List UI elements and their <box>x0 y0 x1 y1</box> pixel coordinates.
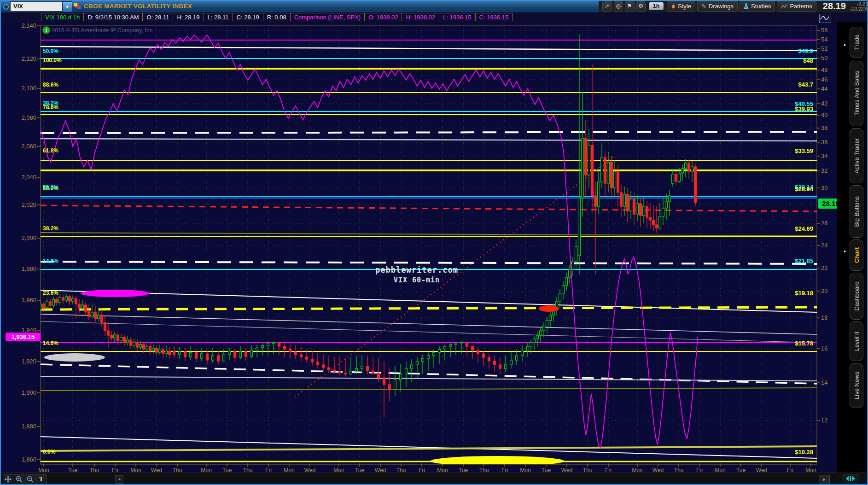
squiggle-icon <box>820 14 830 22</box>
right-axis-label: 48 <box>821 66 827 73</box>
interval-button[interactable]: 1h <box>648 2 664 11</box>
zoom-out-icon[interactable] <box>25 474 35 485</box>
link-color-dot[interactable] <box>3 4 9 10</box>
right-axis-label: 42 <box>821 100 827 107</box>
left-axis-label: 1,920 <box>8 358 36 365</box>
fib-level-label: 50.0% <box>43 48 58 54</box>
right-axis-label: 22 <box>821 264 827 271</box>
right-axis-label: 26 <box>821 220 827 227</box>
right-axis-label: 30 <box>821 184 827 191</box>
left-axis-label: 2,140 <box>8 22 36 29</box>
right-axis-label: 36 <box>821 139 827 146</box>
drawings-button[interactable]: ✎ Drawings <box>697 1 738 12</box>
tab-label: Times And Sales <box>853 71 860 116</box>
chart-toolbar: ↗ ◎ ⚑ ⚙ 1h Style ✎ Drawings Studies Patt… <box>599 0 868 12</box>
scroll-right-button[interactable]: ▸ <box>819 475 830 485</box>
price-level-label: $33.59 <box>781 147 813 154</box>
ohlc-cell: H: 28.19 <box>173 13 204 21</box>
share-icon[interactable]: ↗ <box>602 1 612 12</box>
price-level-label: $39.93 <box>781 105 813 112</box>
tab-dashboard[interactable]: Dashboard <box>850 273 863 320</box>
double-arrow-icon <box>845 474 856 483</box>
text-tool-button[interactable]: T <box>36 474 47 485</box>
spx-price-bubble: 1,936.15 <box>6 333 41 341</box>
tab-active-trader[interactable]: Active Trader <box>850 128 863 183</box>
price-level-label: $49.9 <box>781 47 813 54</box>
tab-times-and-sales[interactable]: Times And Sales <box>850 61 863 126</box>
patterns-button[interactable]: Patterns <box>777 1 816 12</box>
price-plot[interactable] <box>0 0 868 485</box>
fib-level-label: 59.0% <box>43 184 58 191</box>
right-axis-label: 34 <box>821 152 827 159</box>
flag-icon[interactable]: ⚑ <box>625 1 635 12</box>
right-axis-label: 56 <box>821 27 827 34</box>
cascade-icon <box>74 3 81 10</box>
instrument-title: CBOE MARKET VOLATILITY INDEX <box>84 3 192 10</box>
tab-level-ii[interactable]: Level II <box>850 321 863 361</box>
ohlc-cells: VIX 180 d 1hD: 9/2/15 10:30 AMO: 28.11H:… <box>41 13 513 21</box>
pattern-zigzag-icon <box>781 4 787 9</box>
tab-label: Big Buttons <box>853 196 860 227</box>
left-axis-label: 1,980 <box>8 265 36 272</box>
right-axis-label: 20 <box>821 287 827 294</box>
fib-level-label: 38.2% <box>43 225 58 232</box>
right-axis-label: 52 <box>821 45 827 52</box>
price-change: -3.21 -10.22% <box>850 1 868 12</box>
right-axis-label: 50 <box>821 54 827 61</box>
tab-label: Active Trader <box>853 138 860 174</box>
left-axis-label: 2,100 <box>8 85 36 92</box>
right-axis-label: 44 <box>821 85 827 92</box>
ohlc-cell: O: 1938.02 <box>364 13 402 21</box>
right-axis-label: 16 <box>821 345 827 352</box>
zoom-in-icon[interactable] <box>14 474 24 485</box>
wrench-icon[interactable]: ⚙ <box>636 1 646 12</box>
candlestick-icon <box>671 3 676 10</box>
right-axis-label: 54 <box>821 36 827 43</box>
fib-level-label: 100.0% <box>43 57 62 64</box>
tab-label: Chart <box>853 247 860 263</box>
pan-icon[interactable] <box>3 474 13 485</box>
ohlc-cell: L: 28.11 <box>204 13 233 21</box>
style-button[interactable]: Style <box>667 1 695 12</box>
studies-button[interactable]: Studies <box>740 1 775 12</box>
tab-big-buttons[interactable]: Big Buttons <box>850 185 863 238</box>
right-axis-label: 18 <box>821 314 827 321</box>
right-axis-label: 14 <box>821 379 827 386</box>
fib-level-label: 14.6% <box>43 340 58 346</box>
left-axis-label: 2,040 <box>8 174 36 181</box>
price-level-label: $48 <box>781 57 813 64</box>
target-icon[interactable]: ◎ <box>614 1 623 12</box>
price-level-label: $19.18 <box>781 290 813 297</box>
right-axis-label: 40 <box>821 111 827 118</box>
left-axis-label: 2,080 <box>8 114 36 121</box>
collapse-panel-button[interactable] <box>843 474 858 485</box>
watermark-subtitle: VIX 60-min <box>394 276 440 284</box>
ohlc-cell: VIX 180 d 1h <box>41 13 84 21</box>
tab-live-news[interactable]: Live News <box>850 363 863 408</box>
right-axis-label: 12 <box>821 417 827 424</box>
left-axis-label: 2,120 <box>8 55 36 62</box>
tab-label: Trade <box>853 35 860 50</box>
ohlc-cell: H: 1938.02 <box>402 13 439 21</box>
left-axis-label: 1,880 <box>8 423 36 430</box>
ohlc-cell: Comparison (LINE, SPX) <box>290 13 365 21</box>
symbol-input[interactable]: VIX <box>10 1 63 12</box>
watermark-site: pebblewriter.com <box>375 265 458 275</box>
ohlc-cell: R: 0.08 <box>263 13 291 21</box>
last-price: 28.19 <box>823 1 846 12</box>
chart-mode-button[interactable] <box>819 14 831 23</box>
price-level-label: $21.85 <box>781 257 813 264</box>
info-icon[interactable]: i <box>42 26 50 34</box>
right-axis-label: 24 <box>821 242 827 249</box>
fib-level-label: 61.8% <box>43 147 58 154</box>
tab-marker-icon: ▸ <box>844 42 846 47</box>
symbol-dropdown-button[interactable]: ▼ <box>62 1 72 12</box>
tab-trade[interactable]: Trade <box>850 27 863 58</box>
collapse-left-button[interactable]: ◂ <box>115 475 123 484</box>
right-axis-label: 32 <box>821 167 827 174</box>
left-axis-label: 1,900 <box>8 389 36 396</box>
tab-chart[interactable]: Chart <box>850 240 863 271</box>
right-axis-label: 38 <box>821 124 827 131</box>
left-axis-label: 2,060 <box>8 143 36 150</box>
fib-level-label: 0.0% <box>43 449 55 455</box>
